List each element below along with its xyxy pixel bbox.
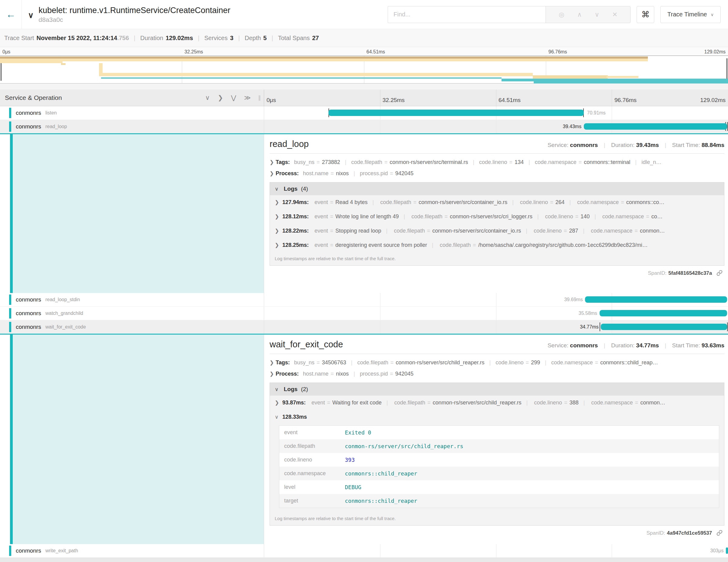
timeline-ticks-header: 0μs 32.25ms 64.51ms 96.76ms 129.02ms (264, 90, 728, 106)
logs-header[interactable]: ∨ Logs (2) (270, 383, 724, 396)
command-icon: ⌘ (641, 10, 650, 19)
span-id-row: SpanID:5faf48165428c37a (270, 270, 724, 278)
span-row-write-exit-path[interactable]: conmonrs write_exit_path 303μs (0, 544, 728, 558)
logs-header[interactable]: ∨ Logs (4) (270, 182, 724, 195)
span-row-read-loop[interactable]: conmonrs read_loop 39.43ms (0, 120, 728, 134)
link-icon[interactable] (716, 531, 723, 537)
timeline-tick: 32.25ms (383, 97, 405, 104)
span-row-read-loop-stdin[interactable]: conmonrs read_loop_stdin 39.69ms (0, 293, 728, 307)
match-case-icon[interactable]: ◎ (559, 11, 564, 18)
process-accordion[interactable]: ❯ Process: host.name=nixos| process.pid=… (270, 368, 724, 380)
page-title: kubelet: runtime.v1.RuntimeService/Creat… (39, 5, 230, 15)
depth-label: Depth (245, 35, 261, 42)
operation-name: wait_for_exit_code (45, 324, 86, 330)
trace-view-label: Trace Timeline (667, 11, 707, 18)
chevron-right-icon: ❯ (275, 228, 281, 234)
services-label: Services (204, 35, 228, 42)
detail-title: read_loop (270, 139, 548, 149)
logs-footnote: Log timestamps are relative to the start… (270, 252, 724, 265)
find-input[interactable] (388, 6, 546, 23)
next-result-icon[interactable]: ∨ (595, 11, 599, 18)
minimap-span-bar (101, 77, 502, 79)
chevron-right-icon: ❯ (270, 170, 276, 177)
chevron-right-icon: ❯ (270, 159, 276, 165)
total-spans-value: 27 (312, 35, 319, 42)
logs-section: ∨ Logs (2) ❯ 93.87ms: event=Waiting for … (270, 383, 724, 526)
detail-stats: Service: conmonrs | Duration: 39.43ms | … (548, 142, 724, 148)
log-entry[interactable]: ❯ 128.25ms: event=deregistering event so… (270, 238, 724, 252)
timeline-column-header: Service & Operation ∨ ❯ ⋁ ≫ ∥ 0μs 32.25m… (0, 90, 728, 106)
detail-accent-column (0, 134, 264, 293)
collapse-all-icon[interactable]: ⋁ (231, 94, 236, 101)
trace-view-selector[interactable]: Trace Timeline ∨ (660, 6, 721, 23)
trace-summary-bar: Trace Start November 15 2022, 11:24:14.7… (0, 29, 728, 47)
total-spans-label: Total Spans (278, 35, 310, 42)
minimap-span-bar (502, 79, 728, 81)
ruler-tick: 96.76ms (549, 49, 567, 55)
span-marker (727, 322, 728, 331)
detail-title: wait_for_exit_code (270, 339, 548, 349)
kv-row: level DEBUG (279, 480, 719, 494)
expand-all-icon[interactable]: ≫ (244, 94, 251, 101)
chevron-right-icon: ❯ (275, 400, 281, 406)
span-bar[interactable] (584, 123, 727, 130)
span-bar[interactable] (585, 296, 727, 303)
kv-row: event Exited 0 (279, 426, 719, 439)
service-name: conmonrs (16, 123, 41, 130)
service-name: conmonrs (16, 324, 41, 330)
duration-label: Duration (140, 35, 163, 42)
log-entry[interactable]: ❯ 128.12ms: event=Wrote log line of leng… (270, 209, 724, 224)
span-marker (600, 322, 600, 331)
services-value: 3 (230, 35, 233, 42)
operation-name: read_loop_stdin (45, 297, 80, 302)
prev-result-icon[interactable]: ∧ (577, 11, 582, 18)
collapse-one-icon[interactable]: ∨ (205, 94, 210, 101)
log-entry[interactable]: ❯ 127.94ms: event=Read 4 bytes| code.fil… (270, 195, 724, 209)
span-duration: 39.69ms (564, 297, 583, 302)
chevron-down-icon: ∨ (275, 387, 278, 392)
expand-one-icon[interactable]: ❯ (218, 94, 223, 101)
chevron-down-icon: ∨ (275, 186, 278, 192)
minimap-canvas[interactable] (0, 56, 728, 83)
tags-accordion[interactable]: ❯ Tags: busy_ns=273882| code.filepath=co… (270, 157, 724, 168)
process-accordion[interactable]: ❯ Process: host.name=nixos| process.pid=… (270, 168, 724, 179)
chevron-right-icon: ❯ (275, 199, 281, 206)
link-icon[interactable] (716, 271, 723, 277)
collapse-title-chevron-icon[interactable]: ∨ (28, 11, 34, 20)
span-row-wait-for-exit-code[interactable]: conmonrs wait_for_exit_code 34.77ms (0, 320, 728, 335)
service-name: conmonrs (16, 547, 41, 554)
service-color-indicator (9, 295, 11, 305)
timeline-tick: 0μs (267, 97, 276, 104)
minimap-span-bar (99, 63, 103, 73)
minimap-right-handle[interactable] (726, 58, 727, 81)
log-entry[interactable]: ❯ 128.22ms: event=Stopping read loop| co… (270, 224, 724, 238)
kv-row: code.filepath conmon-rs/server/src/child… (279, 439, 719, 453)
span-row-listen[interactable]: conmonrs listen 70.91ms (0, 106, 728, 120)
log-entry-expanded[interactable]: ∨ 128.33ms (270, 410, 724, 424)
span-bar[interactable] (726, 547, 728, 554)
timeline-tick: 129.02ms (700, 97, 726, 104)
span-bar[interactable] (328, 110, 583, 116)
clear-find-icon[interactable]: ✕ (612, 11, 617, 18)
span-duration: 35.58ms (579, 311, 597, 316)
minimap-span-bar (0, 61, 63, 63)
span-bar[interactable] (601, 324, 727, 330)
kv-row: code.lineno 393 (279, 453, 719, 467)
chevron-right-icon: ❯ (275, 213, 281, 220)
service-color-indicator (9, 546, 11, 556)
log-entry[interactable]: ❯ 93.87ms: event=Waiting for exit code| … (270, 396, 724, 410)
column-resizer[interactable]: ∥ (258, 94, 261, 101)
chevron-right-icon: ❯ (270, 359, 276, 366)
span-bar[interactable] (600, 310, 727, 316)
page-header: ← ∨ kubelet: runtime.v1.RuntimeService/C… (0, 0, 728, 29)
span-row-watch-grandchild[interactable]: conmonrs watch_grandchild 35.58ms (0, 307, 728, 320)
depth-value: 5 (263, 35, 267, 42)
service-operation-header: Service & Operation ∨ ❯ ⋁ ≫ ∥ (0, 90, 264, 106)
keyboard-shortcuts-button[interactable]: ⌘ (637, 6, 654, 23)
tags-accordion[interactable]: ❯ Tags: busy_ns=34506763| code.filepath=… (270, 357, 724, 368)
back-arrow-icon: ← (6, 9, 16, 20)
ruler-tick: 0μs (2, 49, 10, 55)
trace-id-short: d8a3a0c (39, 16, 230, 23)
back-button[interactable]: ← (0, 0, 22, 29)
span-detail-read-loop: read_loop Service: conmonrs | Duration: … (0, 134, 728, 293)
